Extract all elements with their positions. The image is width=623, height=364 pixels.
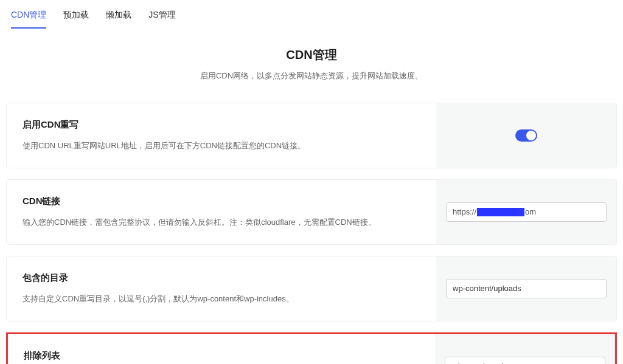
row-cdn-link: CDN链接 输入您的CDN链接，需包含完整协议，但请勿输入反斜杠。注：类似clo… — [6, 179, 617, 245]
cdn-link-suffix: om — [525, 206, 536, 218]
enable-cdn-toggle[interactable] — [515, 129, 537, 142]
tab-lazyload[interactable]: 懒加载 — [106, 5, 131, 29]
row-exclude-list-left: 排除列表 可以将指定目录及文件扩展名排除在CDN重写之外，以逗号(,)分隔。默认… — [8, 334, 435, 365]
tabs-bar: CDN管理 预加载 懒加载 JS管理 — [6, 0, 617, 29]
exclude-list-input[interactable] — [445, 357, 605, 365]
page-title: CDN管理 — [6, 46, 617, 64]
enable-cdn-desc: 使用CDN URL重写网站URL地址，启用后可在下方CDN链接配置您的CDN链接… — [23, 140, 420, 152]
exclude-list-title: 排除列表 — [24, 349, 419, 363]
include-dirs-title: 包含的目录 — [23, 271, 420, 285]
include-dirs-input[interactable] — [446, 279, 607, 298]
tab-js[interactable]: JS管理 — [148, 5, 175, 29]
row-include-dirs-right — [436, 256, 616, 321]
cdn-link-input[interactable]: https://om — [446, 202, 607, 222]
row-include-dirs: 包含的目录 支持自定义CDN重写目录，以逗号(,)分割，默认为wp-conten… — [6, 256, 617, 321]
row-enable-cdn-left: 启用CDN重写 使用CDN URL重写网站URL地址，启用后可在下方CDN链接配… — [7, 103, 436, 168]
settings-page: CDN管理 预加载 懒加载 JS管理 CDN管理 启用CDN网络，以多点分发网站… — [0, 0, 623, 364]
row-include-dirs-left: 包含的目录 支持自定义CDN重写目录，以逗号(,)分割，默认为wp-conten… — [7, 256, 436, 321]
row-cdn-link-right: https://om — [436, 180, 616, 244]
include-dirs-desc: 支持自定义CDN重写目录，以逗号(,)分割，默认为wp-content和wp-i… — [23, 293, 420, 305]
tab-preload[interactable]: 预加载 — [63, 5, 89, 29]
row-enable-cdn: 启用CDN重写 使用CDN URL重写网站URL地址，启用后可在下方CDN链接配… — [6, 103, 617, 168]
cdn-link-prefix: https:// — [453, 206, 476, 218]
tab-cdn[interactable]: CDN管理 — [11, 5, 46, 29]
enable-cdn-title: 启用CDN重写 — [23, 118, 420, 132]
cdn-link-desc: 输入您的CDN链接，需包含完整协议，但请勿输入反斜杠。注：类似cloudflar… — [23, 216, 420, 228]
page-subtitle: 启用CDN网络，以多点分发网站静态资源，提升网站加载速度。 — [6, 70, 617, 82]
cdn-link-title: CDN链接 — [23, 194, 420, 208]
row-exclude-list-right — [435, 334, 615, 365]
row-exclude-list: 排除列表 可以将指定目录及文件扩展名排除在CDN重写之外，以逗号(,)分隔。默认… — [6, 332, 617, 365]
toggle-knob — [526, 131, 536, 140]
redacted-block — [477, 208, 524, 216]
row-enable-cdn-right — [436, 103, 616, 168]
row-cdn-link-left: CDN链接 输入您的CDN链接，需包含完整协议，但请勿输入反斜杠。注：类似clo… — [7, 180, 436, 244]
page-header: CDN管理 启用CDN网络，以多点分发网站静态资源，提升网站加载速度。 — [6, 46, 617, 82]
